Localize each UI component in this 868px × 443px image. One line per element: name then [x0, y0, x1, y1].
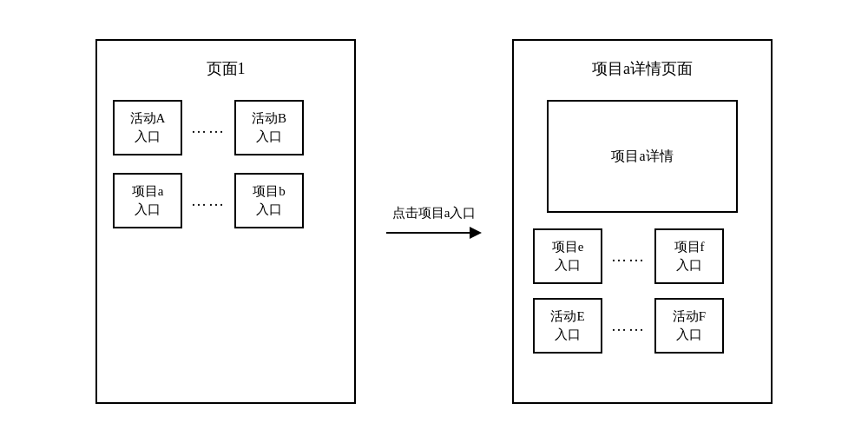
project-a-entry[interactable]: 项目a入口 — [113, 173, 182, 228]
diagram-container: 页面1 活动A入口 …… 活动B入口 项目a入口 …… 项目b入口 点击项目a入… — [17, 17, 851, 426]
project-ef-row: 项目e入口 …… 项目f入口 — [529, 228, 755, 284]
arrow-line — [386, 227, 482, 239]
activity-row: 活动A入口 …… 活动B入口 — [113, 100, 339, 155]
project-ef-dots: …… — [611, 248, 646, 266]
project-row: 项目a入口 …… 项目b入口 — [113, 173, 339, 228]
arrow-head — [470, 227, 482, 239]
activity-e-entry[interactable]: 活动E入口 — [533, 298, 602, 354]
page2-title: 项目a详情页面 — [529, 58, 755, 79]
project-b-entry[interactable]: 项目b入口 — [234, 173, 304, 228]
page1-box: 页面1 活动A入口 …… 活动B入口 项目a入口 …… 项目b入口 — [95, 39, 356, 404]
page2-box: 项目a详情页面 项目a详情 项目e入口 …… 项目f入口 活动E入口 …… 活动… — [512, 39, 773, 404]
navigation-arrow: 点击项目a入口 — [382, 205, 486, 239]
detail-label: 项目a详情 — [611, 148, 673, 166]
activity-ef-dots: …… — [611, 317, 646, 335]
arrow-shaft — [386, 232, 470, 234]
project-dots: …… — [191, 192, 226, 210]
activity-b-entry[interactable]: 活动B入口 — [234, 100, 304, 155]
activity-f-entry[interactable]: 活动F入口 — [654, 298, 724, 354]
activity-dots: …… — [191, 119, 226, 137]
project-e-entry[interactable]: 项目e入口 — [533, 228, 602, 284]
project-f-entry[interactable]: 项目f入口 — [654, 228, 724, 284]
arrow-label: 点击项目a入口 — [392, 205, 477, 222]
activity-a-entry[interactable]: 活动A入口 — [113, 100, 182, 155]
activity-ef-row: 活动E入口 …… 活动F入口 — [529, 298, 755, 354]
page1-title: 页面1 — [113, 58, 339, 79]
detail-image: 项目a详情 — [547, 100, 738, 213]
